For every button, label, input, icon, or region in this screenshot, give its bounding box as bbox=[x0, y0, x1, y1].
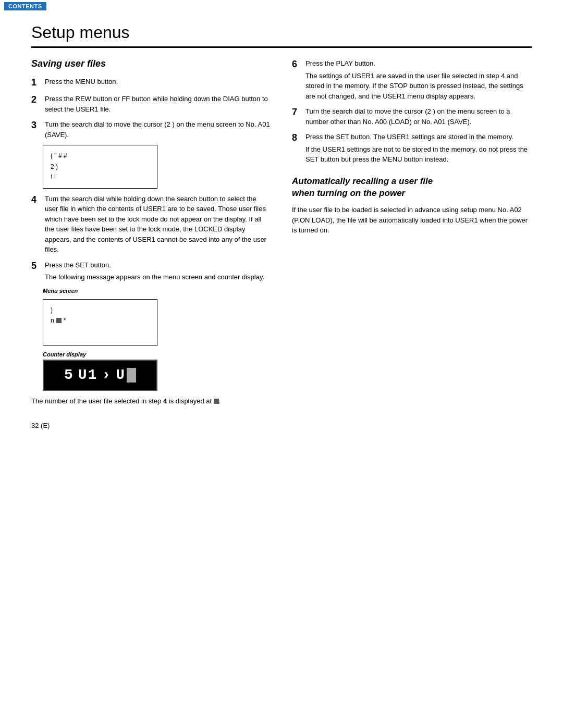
step-5-text: Press the SET button. The following mess… bbox=[45, 260, 271, 282]
menu-screen-label: Menu screen bbox=[43, 288, 271, 294]
step-5: 5 Press the SET button. The following me… bbox=[31, 260, 271, 282]
step-4-number: 4 bbox=[31, 194, 43, 206]
counter-digit-u2-prefix: U bbox=[116, 367, 126, 383]
section1-heading: Saving user files bbox=[31, 58, 271, 69]
step-7-text: Turn the search dial to move the cursor … bbox=[305, 106, 532, 127]
step-6: 6 Press the PLAY button. The settings of… bbox=[292, 58, 532, 101]
counter-cursor-block bbox=[127, 368, 136, 382]
left-column: Saving user files 1 Press the MENU butto… bbox=[31, 58, 271, 406]
diagram-box-1: ( " # # 2 ) ! ! bbox=[43, 145, 157, 188]
step-3: 3 Turn the search dial to move the curso… bbox=[31, 119, 271, 140]
step-8-subtext: If the USER1 settings are not to be stor… bbox=[305, 144, 532, 165]
step-6-subtext: The settings of USER1 are saved in the u… bbox=[305, 71, 532, 102]
section2-heading-line2: when turning on the power bbox=[292, 187, 532, 200]
step-2-text: Press the REW button or FF button while … bbox=[45, 94, 271, 114]
step-5-subtext: The following message appears on the men… bbox=[45, 272, 271, 282]
footer-square bbox=[214, 399, 219, 404]
step-7-number: 7 bbox=[292, 106, 303, 118]
counter-digit-arrow: › bbox=[102, 367, 112, 383]
step-4: 4 Turn the search dial while holding dow… bbox=[31, 194, 271, 255]
two-column-layout: Saving user files 1 Press the MENU butto… bbox=[31, 58, 532, 406]
cursor-square bbox=[56, 318, 62, 323]
section2-heading-line1: Automatically recalling a user file bbox=[292, 175, 532, 188]
top-navigation: CONTENTS bbox=[0, 0, 563, 13]
menu-screen-box: ) n * bbox=[43, 299, 157, 346]
step-1: 1 Press the MENU button. bbox=[31, 77, 271, 89]
contents-button[interactable]: CONTENTS bbox=[4, 2, 46, 10]
page-number: 32 (E) bbox=[31, 422, 532, 429]
step-3-number: 3 bbox=[31, 119, 43, 131]
counter-display-box: 5 U1 › U bbox=[43, 360, 157, 391]
section2-body: If the user file to be loaded is selecte… bbox=[292, 205, 532, 236]
step-5-number: 5 bbox=[31, 260, 43, 272]
step-2: 2 Press the REW button or FF button whil… bbox=[31, 94, 271, 114]
step-2-number: 2 bbox=[31, 94, 43, 106]
diagram-line-2: 2 ) bbox=[51, 162, 150, 172]
step-8: 8 Press the SET button. The USER1 settin… bbox=[292, 132, 532, 165]
footer-note: The number of the user file selected in … bbox=[31, 396, 271, 406]
step-8-number: 8 bbox=[292, 132, 303, 144]
diagram-line-1: ( " # # bbox=[51, 151, 150, 161]
counter-display-label: Counter display bbox=[43, 351, 260, 357]
right-column: 6 Press the PLAY button. The settings of… bbox=[292, 58, 532, 406]
page-title: Setup menus bbox=[31, 23, 532, 48]
step-7: 7 Turn the search dial to move the curso… bbox=[292, 106, 532, 127]
section2-heading: Automatically recalling a user file when… bbox=[292, 175, 532, 200]
counter-display-section: Counter display 5 U1 › U bbox=[43, 351, 260, 391]
counter-digit-u2-group: U bbox=[116, 367, 136, 383]
step-3-text: Turn the search dial to move the cursor … bbox=[45, 119, 271, 140]
menu-screen-line1: ) bbox=[51, 305, 150, 315]
footer-note-text: The number of the user file selected in … bbox=[31, 397, 163, 405]
step-1-number: 1 bbox=[31, 77, 43, 89]
diagram-line-3: ! ! bbox=[51, 172, 150, 182]
step-6-number: 6 bbox=[292, 58, 303, 70]
menu-screen-line2: n * bbox=[51, 315, 150, 326]
counter-digit-5: 5 bbox=[64, 367, 74, 383]
step-8-text: Press the SET button. The USER1 settings… bbox=[305, 132, 532, 165]
counter-digit-u1: U1 bbox=[78, 367, 98, 383]
step-6-text: Press the PLAY button. The settings of U… bbox=[305, 58, 532, 101]
page-content: Setup menus Saving user files 1 Press th… bbox=[0, 13, 563, 450]
step-4-text: Turn the search dial while holding down … bbox=[45, 194, 271, 255]
step-1-text: Press the MENU button. bbox=[45, 77, 271, 87]
